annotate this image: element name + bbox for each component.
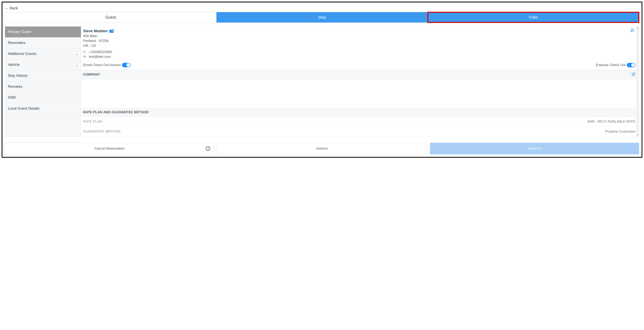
- phone-value: +15036522900: [89, 50, 112, 54]
- body-area: Primary Guest Reminders Additional Guest…: [5, 26, 639, 137]
- company-section-header: COMPANY: [81, 70, 639, 79]
- tab-guest[interactable]: Guest: [5, 12, 216, 23]
- button-label: Actions: [316, 146, 328, 151]
- chevron-down-icon: ⌄: [76, 63, 78, 67]
- chevron-down-icon: ⌄: [76, 52, 78, 56]
- sidebar-item-primary-guest[interactable]: Primary Guest: [5, 27, 81, 38]
- arrow-left-icon: ←: [5, 6, 9, 10]
- reservation-frame: ← Back Guest Stay Folio Primary Guest Re…: [2, 2, 642, 158]
- sidebar-item-label: Additional Guests: [8, 52, 36, 56]
- guest-name-row: Steve Madden: [83, 29, 114, 33]
- company-body: [81, 79, 639, 108]
- tab-label: Folio: [529, 15, 538, 20]
- button-label: Check In: [528, 146, 541, 151]
- guest-name: Steve Madden: [83, 29, 108, 33]
- email-value: test@test.com: [89, 55, 111, 59]
- sidebar-item-label: Primary Guest: [8, 30, 31, 34]
- guest-card-icon[interactable]: [109, 30, 114, 33]
- scroll-up-icon[interactable]: ▴: [636, 27, 639, 29]
- scroll-down-icon[interactable]: ▾: [636, 134, 639, 136]
- sidebar-item-remarks[interactable]: Remarks: [5, 81, 81, 92]
- sidebar-item-local-guest-details[interactable]: Local Guest Details: [5, 103, 81, 114]
- sidebar-item-label: Vehicle: [8, 63, 20, 67]
- email-checkout-label: Email Check Out Invoice: [83, 63, 121, 67]
- sidebar-item-additional-guests[interactable]: Additional Guests ⌄: [5, 48, 81, 59]
- check-in-button[interactable]: Check In: [430, 143, 639, 154]
- info-icon[interactable]: i: [206, 146, 210, 151]
- address-line-2: Portland - 97206: [83, 39, 635, 43]
- sidebar-item-label: Stay History: [8, 74, 28, 78]
- express-checkout-group: Express Check Out: [596, 63, 635, 67]
- sidebar-item-label: Reminders: [8, 41, 26, 45]
- sidebar: Primary Guest Reminders Additional Guest…: [5, 27, 81, 136]
- rate-plan-label: RATE PLAN: [83, 120, 102, 124]
- email-checkout-toggle[interactable]: [122, 63, 130, 67]
- edit-company-icon[interactable]: [632, 72, 635, 77]
- express-checkout-label: Express Check Out: [596, 63, 626, 67]
- toggle-row: Email Check Out Invoice Express Check Ou…: [81, 61, 639, 70]
- actions-button[interactable]: Actions: [217, 143, 426, 154]
- email-row: ✉ test@test.com: [83, 55, 635, 59]
- guest-header: Steve Madden 456 Main Portland - 97206 O…: [81, 27, 639, 61]
- address-line-3: OR , US: [83, 44, 635, 48]
- back-label: Back: [10, 6, 18, 10]
- company-heading: COMPANY: [83, 73, 100, 76]
- sidebar-item-vehicle[interactable]: Vehicle ⌄: [5, 59, 81, 70]
- express-checkout-toggle[interactable]: [627, 63, 635, 67]
- rate-plan-row: RATE PLAN BAR - BEST AVAILABLE RATE: [81, 117, 639, 127]
- sidebar-item-label: Local Guest Details: [8, 106, 40, 111]
- rate-plan-heading: RATE PLAN AND GUARANTEE METHOD: [83, 110, 148, 114]
- tab-folio[interactable]: Folio: [428, 12, 639, 23]
- guarantee-row: GUARANTEE METHOD Property Guarantee: [81, 127, 639, 136]
- phone-icon: ✆: [83, 50, 87, 54]
- tab-stay[interactable]: Stay: [216, 12, 428, 23]
- pencil-icon: [632, 72, 635, 76]
- main-panel: Steve Madden 456 Main Portland - 97206 O…: [81, 27, 639, 136]
- address-line-1: 456 Main: [83, 34, 635, 38]
- guarantee-value: Property Guarantee: [605, 129, 635, 134]
- rate-plan-section-header: RATE PLAN AND GUARANTEE METHOD: [81, 108, 639, 117]
- footer-buttons: Cancel Reservation i Actions Check In: [5, 143, 639, 154]
- pencil-icon: [630, 29, 634, 32]
- rate-plan-value: BAR - BEST AVAILABLE RATE: [588, 120, 635, 124]
- scrollbar[interactable]: ▴ ▾: [636, 27, 639, 136]
- button-label: Cancel Reservation: [94, 146, 124, 151]
- sidebar-item-dnr[interactable]: DNR: [5, 92, 81, 103]
- edit-guest-icon[interactable]: [630, 29, 634, 33]
- sidebar-item-label: Remarks: [8, 85, 22, 89]
- tab-label: Guest: [105, 15, 116, 20]
- tab-label: Stay: [318, 15, 326, 20]
- sidebar-item-label: DNR: [8, 95, 16, 100]
- guarantee-label: GUARANTEE METHOD: [83, 129, 120, 134]
- email-checkout-group: Email Check Out Invoice: [83, 63, 130, 67]
- phone-row: ✆ +15036522900: [83, 50, 635, 54]
- back-link[interactable]: ← Back: [5, 6, 639, 10]
- sidebar-item-stay-history[interactable]: Stay History: [5, 70, 81, 81]
- tab-bar: Guest Stay Folio: [5, 12, 639, 23]
- sidebar-item-reminders[interactable]: Reminders: [5, 38, 81, 48]
- cancel-reservation-button[interactable]: Cancel Reservation i: [5, 143, 214, 154]
- mail-icon: ✉: [83, 55, 87, 59]
